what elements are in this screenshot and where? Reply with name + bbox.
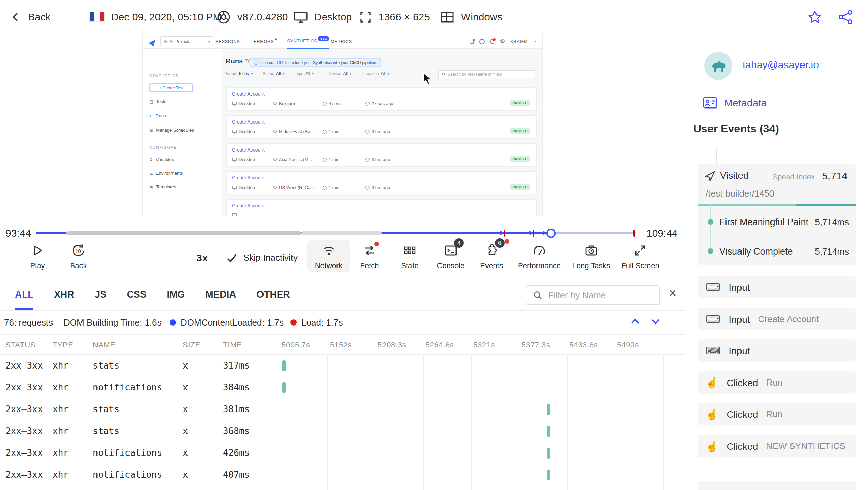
filter-type[interactable]: TypeAll▾: [295, 72, 314, 76]
tab-img[interactable]: IMG: [167, 280, 185, 310]
close-panel-icon[interactable]: ×: [669, 287, 676, 300]
event-marker[interactable]: [528, 231, 532, 235]
mini-sidebar: SYNTHETICS + Create Test ▤Tests ↻Runs ▦M…: [143, 49, 222, 216]
network-row[interactable]: 2xx–3xxxhrstatsx381ms: [0, 399, 685, 420]
skip-inactivity-toggle[interactable]: Skip Inactivity: [226, 253, 298, 263]
mini-tab-sessions[interactable]: SESSIONS: [215, 33, 240, 49]
speed-toggle[interactable]: 3x: [196, 252, 208, 263]
run-card[interactable]: Create Account Desktop Asia Pacific (M..…: [226, 143, 537, 167]
back-10-button[interactable]: 10 Back: [57, 243, 100, 270]
variables-icon: ⚙: [149, 157, 153, 161]
mini-sidebar-item-runs[interactable]: ↻Runs: [149, 113, 166, 118]
partial-event-card[interactable]: [698, 481, 856, 490]
network-panel-button[interactable]: Network: [307, 240, 350, 272]
run-card[interactable]: Create Account Desktop Middle East (Ba..…: [226, 115, 537, 139]
long-tasks-panel-button[interactable]: Long Tasks: [567, 243, 616, 270]
error-marker[interactable]: [634, 230, 635, 236]
run-name-link[interactable]: Create Account: [232, 147, 265, 152]
mini-sidebar-item-environments[interactable]: ☰Environments: [149, 171, 183, 175]
input-event-card[interactable]: ⌨ Input: [698, 276, 856, 298]
cli-link[interactable]: CLI: [277, 60, 283, 64]
tab-xhr[interactable]: XHR: [54, 280, 74, 310]
event-marker[interactable]: [499, 231, 503, 235]
playhead-handle[interactable]: [546, 228, 556, 238]
tab-css[interactable]: CSS: [127, 280, 147, 310]
favorite-button[interactable]: [807, 0, 823, 33]
jump-prev-button[interactable]: [630, 317, 640, 328]
end-time: 109:44: [646, 227, 678, 239]
run-name-link[interactable]: Create Account: [232, 203, 265, 208]
windows-icon: [440, 10, 455, 24]
mini-user-menu[interactable]: KRAIEM: [510, 39, 528, 43]
run-name-link[interactable]: Create Account: [232, 91, 265, 96]
info-icon: ⓘ: [254, 59, 258, 66]
visited-event-card[interactable]: Visited Speed Index 5,714 /test-builder/…: [698, 164, 856, 265]
mini-sidebar-item-templates[interactable]: ▣Templates: [149, 184, 176, 189]
filter-period[interactable]: PeriodToday▾: [224, 72, 253, 76]
mini-search-input[interactable]: [448, 72, 532, 76]
location-pin-icon: [273, 101, 278, 106]
play-button[interactable]: Play: [16, 243, 59, 270]
mini-tab-metrics[interactable]: METRICS: [331, 33, 352, 49]
run-card[interactable]: Create Account Desktop US West (N. Cal..…: [226, 171, 537, 194]
full-screen-icon: [633, 243, 647, 258]
progress-ring-icon[interactable]: [480, 39, 485, 44]
run-card[interactable]: Create Account: [226, 199, 537, 216]
network-row[interactable]: 2xx–3xxxhrnotificationsx407ms: [0, 464, 685, 486]
share-button[interactable]: [837, 0, 854, 33]
event-marker[interactable]: [542, 231, 545, 235]
filter-by-name-field[interactable]: [526, 285, 660, 305]
kebab-menu-icon[interactable]: ⋮: [533, 39, 538, 44]
tab-js[interactable]: JS: [95, 280, 106, 310]
fetch-panel-button[interactable]: Fetch: [348, 243, 391, 270]
click-event-card[interactable]: ☝ Clicked Run: [698, 403, 856, 425]
gear-icon[interactable]: ⚙: [500, 39, 505, 44]
fmp-dot: [708, 219, 713, 225]
mini-sidebar-section-configure: CONFIGURE: [149, 145, 177, 149]
network-row[interactable]: 2xx–3xxxhrstatsx317ms: [0, 355, 685, 377]
project-selector[interactable]: ⊞ All Projects ▾: [160, 36, 213, 46]
mini-tab-synthetics[interactable]: SYNTHETICSNEW: [287, 33, 329, 49]
jump-next-button[interactable]: [650, 317, 661, 328]
mini-search[interactable]: [438, 70, 535, 78]
state-panel-button[interactable]: State: [388, 243, 432, 270]
network-row[interactable]: 2xx–3xxxhrstatsx368ms: [0, 420, 685, 442]
network-row[interactable]: 2xx–3xxxhrnotificationsx384ms: [0, 377, 685, 399]
click-event-card[interactable]: ☝ Clicked NEW SYNTHETICS: [698, 435, 856, 457]
run-name-link[interactable]: Create Account: [232, 175, 265, 180]
run-name-link[interactable]: Create Account: [232, 119, 265, 124]
tab-other[interactable]: OTHER: [257, 280, 290, 310]
network-icon: [322, 243, 335, 258]
back-button[interactable]: Back: [10, 0, 51, 33]
timeline-remaining: [552, 232, 636, 234]
events-panel-button[interactable]: 6 Events: [470, 243, 513, 270]
run-card[interactable]: Create Account Desktop Belgium 4 secs 27…: [226, 87, 537, 111]
error-marker[interactable]: [533, 230, 534, 236]
mini-sidebar-item-schedules[interactable]: ▦Manage Schedules: [149, 128, 194, 132]
country-flag-icon: [89, 12, 105, 22]
network-row[interactable]: 2xx–3xxxhrnotificationsx426ms: [0, 442, 685, 464]
user-email[interactable]: tahay@asayer.io: [743, 59, 819, 70]
metadata-button[interactable]: Metadata: [703, 97, 767, 109]
console-icon: 4: [444, 243, 458, 258]
create-test-button[interactable]: + Create Test: [149, 83, 193, 92]
console-panel-button[interactable]: 4 Console: [429, 243, 473, 270]
input-event-card[interactable]: ⌨ Input Create Account: [698, 308, 856, 330]
filter-location[interactable]: LocationAll▾: [363, 72, 389, 76]
mini-tab-errors[interactable]: ERRORS: [254, 33, 276, 49]
tab-all[interactable]: ALL: [15, 280, 33, 310]
click-event-card[interactable]: ☝ Clicked Run: [698, 371, 856, 394]
input-event-card[interactable]: ⌨ Input: [698, 339, 856, 362]
bell-icon[interactable]: [491, 39, 495, 44]
mini-sidebar-item-tests[interactable]: ▤Tests: [149, 99, 166, 104]
full-screen-button[interactable]: Full Screen: [616, 243, 665, 270]
error-marker[interactable]: [504, 230, 505, 236]
filter-device[interactable]: DeviceAll▾: [329, 72, 351, 76]
puzzle-icon[interactable]: [470, 39, 474, 43]
mini-sidebar-item-variables[interactable]: ⚙Variables: [149, 157, 174, 162]
timeline-track[interactable]: [36, 225, 636, 240]
filter-status[interactable]: StatusAll▾: [263, 72, 284, 76]
filter-by-name-input[interactable]: [548, 290, 653, 300]
tab-media[interactable]: MEDIA: [205, 280, 236, 310]
performance-panel-button[interactable]: Performance: [513, 243, 565, 270]
